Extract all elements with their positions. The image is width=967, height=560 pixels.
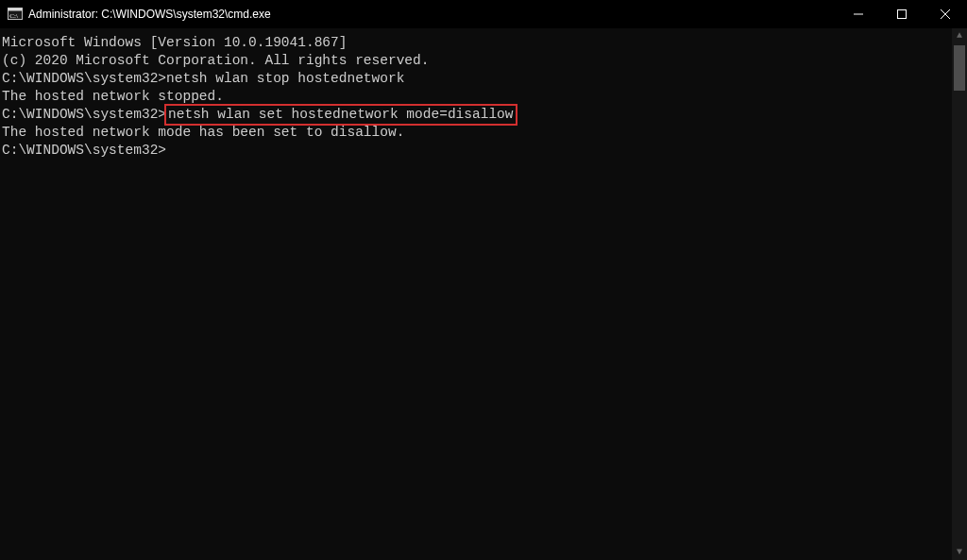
console-line: C:\WINDOWS\system32>netsh wlan set hoste… [2,106,952,124]
console-line: C:\WINDOWS\system32> [2,142,952,160]
vertical-scrollbar[interactable]: ▲ ▼ [952,28,967,560]
svg-rect-1 [8,8,23,11]
close-button[interactable] [924,0,967,28]
prompt-path: C:\WINDOWS\system32> [2,107,166,122]
cmd-icon: C:\ [8,7,23,22]
console-line: (c) 2020 Microsoft Corporation. All righ… [2,52,952,70]
titlebar[interactable]: C:\ Administrator: C:\WINDOWS\system32\c… [0,0,967,28]
client-area: Microsoft Windows [Version 10.0.19041.86… [0,28,967,560]
minimize-button[interactable] [837,0,880,28]
maximize-button[interactable] [880,0,924,28]
highlighted-command: netsh wlan set hostednetwork mode=disall… [164,104,517,126]
console-line: Microsoft Windows [Version 10.0.19041.86… [2,34,952,52]
window-title: Administrator: C:\WINDOWS\system32\cmd.e… [28,8,271,21]
prompt-command: netsh wlan set hostednetwork mode=disall… [168,107,513,122]
prompt-path: C:\WINDOWS\system32> [2,143,166,158]
scroll-down-arrow-icon[interactable]: ▼ [952,545,967,560]
scroll-up-arrow-icon[interactable]: ▲ [952,28,967,43]
console-output[interactable]: Microsoft Windows [Version 10.0.19041.86… [0,28,952,560]
console-line: C:\WINDOWS\system32>netsh wlan stop host… [2,70,952,88]
prompt-command: netsh wlan stop hostednetwork [166,71,404,86]
scrollbar-thumb[interactable] [954,45,965,91]
svg-rect-4 [898,10,907,19]
svg-text:C:\: C:\ [9,12,18,20]
cmd-window: C:\ Administrator: C:\WINDOWS\system32\c… [0,0,967,560]
prompt-path: C:\WINDOWS\system32> [2,71,166,86]
console-line: The hosted network mode has been set to … [2,124,952,142]
